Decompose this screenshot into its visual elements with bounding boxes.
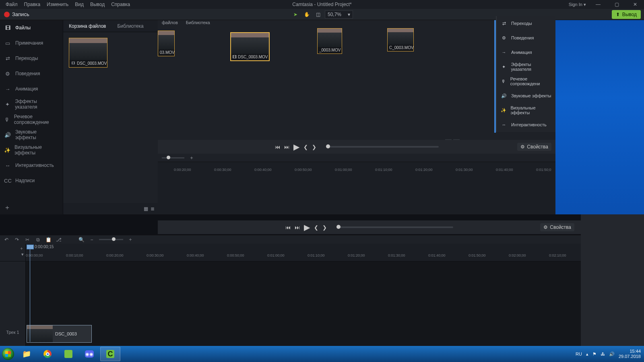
- step-forward-button[interactable]: ⏭: [295, 224, 300, 230]
- zoom-knob[interactable]: [167, 156, 170, 159]
- preview-seek-track[interactable]: [326, 146, 439, 148]
- taskbar-app-explorer[interactable]: 📁: [17, 347, 37, 361]
- menu-item-transitions[interactable]: ⇄Переходы: [497, 16, 555, 31]
- media-clip-dup[interactable]: 03.MOV: [158, 31, 175, 56]
- tray-network-icon[interactable]: 🖧: [601, 352, 605, 356]
- zoom-icon[interactable]: 🔍: [78, 237, 85, 243]
- step-forward-button[interactable]: ⏭: [284, 144, 289, 150]
- sidebar-item-media[interactable]: 🎞Файлы: [0, 20, 63, 35]
- next-frame-button[interactable]: ❯: [312, 144, 316, 150]
- menu-item-cursor-effects[interactable]: ✦Эффекты указателя: [497, 60, 555, 74]
- preview-ruler[interactable]: 0:00:20;00 0:00:30;00 0:00:40;00 0:00:50…: [158, 162, 555, 174]
- tab-library-dup[interactable]: Библиотека: [186, 20, 210, 25]
- properties-button[interactable]: ⚙Свойства: [540, 223, 574, 231]
- play-button[interactable]: ▶: [304, 222, 310, 232]
- taskbar-app-discord[interactable]: ◉◉: [79, 347, 99, 361]
- menu-edit[interactable]: Правка: [21, 1, 44, 8]
- prev-frame-button[interactable]: ❮: [314, 224, 318, 230]
- signin-menu[interactable]: Sign In ▾: [569, 2, 586, 7]
- tray-chevron-up-icon[interactable]: ▴: [586, 352, 588, 357]
- tray-flag-icon[interactable]: ⚑: [592, 352, 597, 357]
- media-clip-selected[interactable]: 🎞DSC_0003.MOV: [230, 32, 270, 61]
- sidebar-item-captions[interactable]: CCНадписи: [0, 173, 63, 188]
- zoom-knob[interactable]: [112, 237, 116, 241]
- sidebar-item-audio-effects[interactable]: 🔊Звуковые эффекты: [0, 127, 63, 142]
- timeline-ruler[interactable]: 0:00:00;15 0:00:00;00 0:00:10;00 0:00:20…: [26, 244, 581, 261]
- sidebar-item-cursor-effects[interactable]: ✦Эффекты указателя: [0, 97, 63, 112]
- start-button[interactable]: [0, 346, 16, 362]
- list-view-icon[interactable]: ≣: [151, 206, 155, 212]
- preview-seek-track[interactable]: [336, 226, 453, 228]
- undo-icon[interactable]: ↶: [3, 237, 10, 243]
- tab-media-bin[interactable]: Корзина файлов: [63, 20, 111, 32]
- timeline-clip[interactable]: DSC_0003: [27, 325, 92, 343]
- window-minimize[interactable]: —: [592, 2, 605, 7]
- menu-item-interactivity[interactable]: ↔Интерактивность: [497, 117, 555, 132]
- media-clip-dup[interactable]: C_0003.MOV: [387, 28, 414, 51]
- grid-view-icon[interactable]: ▦: [144, 206, 148, 212]
- sidebar-item-animations[interactable]: →Анимация: [0, 81, 63, 97]
- sidebar-item-behaviors[interactable]: ⚙Поведения: [0, 66, 63, 81]
- taskbar-app-chrome[interactable]: [37, 347, 58, 361]
- menu-item-animations[interactable]: →Анимация: [497, 45, 555, 60]
- media-clip-dup[interactable]: _0003.MOV: [317, 28, 342, 54]
- zoom-in-icon[interactable]: ＋: [189, 154, 194, 161]
- sidebar-item-visual-effects[interactable]: ✨Визуальные эффекты: [0, 142, 63, 158]
- zoom-in-icon[interactable]: ＋: [127, 236, 134, 243]
- sidebar-item-voice[interactable]: 🎙Речевое сопровождение: [0, 112, 63, 127]
- menu-file[interactable]: Файл: [2, 1, 21, 8]
- select-tool-icon[interactable]: ➤: [291, 10, 300, 19]
- menu-item-behaviors[interactable]: ⚙Поведения: [497, 31, 555, 45]
- copy-icon[interactable]: ⧉: [35, 237, 41, 243]
- timeline-track-area[interactable]: DSC_0003: [26, 261, 581, 346]
- share-button[interactable]: ⬆ Вывод: [612, 10, 641, 19]
- menu-item-voice[interactable]: 🎙Речевое сопровождени: [497, 74, 555, 88]
- preview-zoom-slider[interactable]: [162, 157, 184, 158]
- add-track-icon[interactable]: ＋: [19, 245, 24, 251]
- media-clip[interactable]: 🎞DSC_0003.MOV: [69, 38, 107, 68]
- tab-files-dup[interactable]: файлов: [162, 20, 178, 25]
- tray-volume-icon[interactable]: 🔊: [609, 352, 615, 357]
- menu-share[interactable]: Вывод: [87, 1, 108, 8]
- timeline-playhead[interactable]: [27, 245, 34, 249]
- properties-button[interactable]: ⚙Свойства: [517, 143, 551, 151]
- redo-icon[interactable]: ↷: [14, 237, 20, 243]
- step-back-button[interactable]: ⏮: [285, 224, 291, 230]
- tab-library[interactable]: Библиотека: [111, 20, 149, 32]
- play-button[interactable]: ▶: [293, 142, 299, 152]
- menu-item-visual-effects[interactable]: ✨Визуальные эффекты: [497, 103, 555, 117]
- sidebar-item-label: Поведения: [15, 71, 40, 76]
- tray-language[interactable]: RU: [576, 352, 582, 356]
- menu-modify[interactable]: Изменить: [43, 1, 72, 8]
- preview-track-area[interactable]: [158, 174, 555, 214]
- pan-tool-icon[interactable]: ✋: [302, 10, 311, 19]
- sidebar-item-transitions[interactable]: ⇄Переходы: [0, 51, 63, 66]
- canvas-zoom-dropdown[interactable]: 50,7% ▾: [325, 10, 353, 19]
- sidebar-item-interactivity[interactable]: ↔Интерактивность: [0, 158, 63, 173]
- next-frame-button[interactable]: ❯: [322, 224, 327, 230]
- cut-icon[interactable]: ✂: [24, 237, 31, 243]
- tray-clock[interactable]: 15:44 29.07.2018: [619, 349, 641, 359]
- sidebar-add-button[interactable]: ＋: [0, 201, 63, 214]
- track-header[interactable]: Трек 1: [0, 261, 25, 346]
- menu-help[interactable]: Справка: [108, 1, 133, 8]
- paste-icon[interactable]: 📋: [45, 237, 52, 243]
- window-maximize[interactable]: ▢: [610, 2, 623, 7]
- collapse-track-icon[interactable]: ▾: [21, 252, 24, 257]
- menu-view[interactable]: Вид: [72, 1, 87, 8]
- taskbar-app-green[interactable]: [58, 347, 78, 361]
- step-back-button[interactable]: ⏮: [275, 144, 280, 150]
- split-icon[interactable]: ⎇: [56, 237, 62, 243]
- tools-sidebar: 🎞Файлы ▭Примечания ⇄Переходы ⚙Поведения …: [0, 20, 63, 214]
- sidebar-item-annotations[interactable]: ▭Примечания: [0, 35, 63, 51]
- timeline-zoom-slider[interactable]: [99, 239, 123, 240]
- zoom-out-icon[interactable]: −: [89, 237, 95, 243]
- seek-knob[interactable]: [336, 225, 341, 229]
- taskbar-app-camtasia[interactable]: C: [100, 347, 120, 361]
- record-button[interactable]: Запись: [0, 11, 33, 17]
- crop-tool-icon[interactable]: ◫: [314, 10, 322, 19]
- window-close[interactable]: ✕: [629, 2, 642, 7]
- prev-frame-button[interactable]: ❮: [303, 144, 308, 150]
- menu-item-audio-effects[interactable]: 🔊Звуковые эффекты: [497, 88, 555, 103]
- seek-knob[interactable]: [326, 144, 330, 148]
